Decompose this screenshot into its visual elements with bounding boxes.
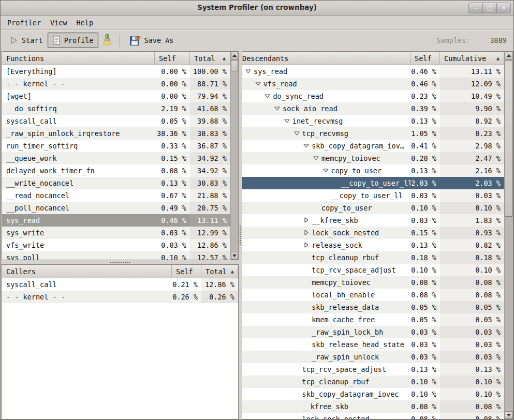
tree-row[interactable]: _raw_spin_unlock0.03 %0.03 % [242, 351, 504, 363]
scroll-down-button[interactable] [505, 411, 513, 419]
expander-collapsed-icon[interactable] [303, 242, 309, 248]
tree-row[interactable]: skb_copy_datagram_iov…0.41 %2.98 % [242, 140, 504, 152]
tree-row[interactable]: tcp_recvmsg1.05 %8.23 % [242, 127, 504, 140]
tree-row[interactable]: do_sync_read0.23 %10.49 % [242, 90, 504, 102]
descendants-column-header[interactable]: Descendants [242, 52, 410, 65]
samples-count: 3889 [490, 36, 507, 44]
self-percent-cell: 0.08 % [410, 400, 440, 413]
table-row[interactable]: delayed_work_timer_fn0.08 %34.92 % [2, 164, 230, 177]
tree-row[interactable]: tcp_rcv_space_adjust0.13 %0.13 % [242, 363, 504, 376]
table-row[interactable]: __do_softirq2.19 %41.68 % [2, 102, 230, 115]
tree-row[interactable]: sock_aio_read0.39 %9.90 % [242, 102, 504, 115]
table-row[interactable]: syscall_call0.05 %39.88 % [2, 115, 230, 127]
expander-open-icon[interactable] [294, 130, 300, 136]
expander-open-icon[interactable] [303, 143, 309, 148]
self-column-header[interactable]: Self [172, 265, 201, 278]
table-row[interactable]: sys_poll0.10 %12.57 % [2, 251, 230, 260]
table-row[interactable]: vfs_write0.03 %12.86 % [2, 239, 230, 251]
maximize-button[interactable]: □ [482, 3, 497, 13]
horizontal-splitter[interactable] [2, 260, 239, 264]
descendant-name-cell: skb_release_data [242, 301, 410, 313]
tree-row[interactable]: inet_recvmsg0.13 %8.92 % [242, 115, 504, 127]
tree-row[interactable]: tcp_cleanup_rbuf0.10 %0.10 % [242, 376, 504, 388]
self-column-header[interactable]: Self [155, 52, 190, 65]
start-button[interactable]: Start [5, 33, 48, 48]
table-row[interactable]: run_timer_softirq0.33 %36.87 % [2, 140, 230, 152]
expander-open-icon[interactable] [245, 68, 251, 74]
table-row[interactable]: __write_nocancel0.13 %30.83 % [2, 177, 230, 189]
tree-row[interactable]: kmem_cache_free0.05 %0.05 % [242, 313, 504, 326]
scrollbar-thumb[interactable] [505, 61, 513, 217]
expander-open-icon[interactable] [323, 168, 329, 173]
tree-row[interactable]: __copy_to_user_ll2.03 %2.03 % [242, 177, 504, 189]
table-row[interactable]: __read_nocancel0.67 %21.88 % [2, 189, 230, 202]
expander-collapsed-icon[interactable] [303, 217, 309, 223]
table-row[interactable]: __poll_nocancel0.49 %20.75 % [2, 202, 230, 214]
expander-open-icon[interactable] [274, 106, 280, 111]
tree-row[interactable]: skb_release_data0.05 %0.05 % [242, 301, 504, 313]
table-row[interactable]: syscall_call0.21 %12.86 % [2, 278, 238, 291]
tree-row[interactable]: copy_to_user0.10 %0.10 % [242, 202, 504, 214]
total-column-header[interactable]: Total▲ [201, 265, 238, 278]
tree-row[interactable]: lock_sock_nested0.08 %0.08 % [242, 413, 504, 419]
scroll-up-button[interactable] [505, 52, 513, 59]
cumulative-column-header[interactable]: Cumulative▲ [440, 52, 504, 65]
expander-open-icon[interactable] [284, 118, 290, 124]
profile-toggle-button[interactable]: Profile [48, 33, 98, 48]
tree-row[interactable]: sys_read0.46 %13.11 % [242, 65, 504, 78]
tree-row[interactable]: lock_sock_nested0.15 %0.93 % [242, 227, 504, 239]
self-column-header[interactable]: Self [410, 52, 440, 65]
table-row[interactable]: - - kernel - -0.00 %88.71 % [2, 78, 230, 90]
descendant-name-cell: copy_to_user [242, 164, 410, 177]
scroll-up-button[interactable] [231, 52, 238, 59]
table-row[interactable]: sys_read0.46 %13.11 % [2, 214, 230, 227]
scroll-down-button[interactable] [231, 252, 238, 260]
table-row[interactable]: [wget]0.00 %79.94 % [2, 90, 230, 102]
total-column-header[interactable]: Total▲ [190, 52, 230, 65]
tree-row[interactable]: release_sock0.13 %0.82 % [242, 239, 504, 251]
tree-row[interactable]: memcpy_toiovec0.28 %2.47 % [242, 152, 504, 164]
tree-row[interactable]: skb_release_head_state0.03 %0.03 % [242, 338, 504, 351]
tree-row[interactable]: __kfree_skb0.03 %1.83 % [242, 214, 504, 227]
table-row[interactable]: sys_write0.03 %12.99 % [2, 227, 230, 239]
descendant-name-label: lock_sock_nested [302, 413, 370, 419]
minimize-button[interactable]: — [468, 3, 483, 13]
self-percent-cell: 0.46 % [155, 214, 190, 227]
tree-row[interactable]: skb_copy_datagram_iovec0.10 %0.10 % [242, 388, 504, 400]
close-button[interactable]: ✕ [496, 3, 511, 13]
descendant-name-label: skb_copy_datagram_iovec [302, 388, 399, 400]
expander-open-icon[interactable] [313, 155, 319, 161]
tree-row[interactable]: copy_to_user0.13 %2.16 % [242, 164, 504, 177]
tree-row[interactable]: memcpy_toiovec0.08 %0.08 % [242, 276, 504, 289]
table-row[interactable]: [Everything]0.00 %100.00 % [2, 65, 230, 78]
table-row[interactable]: _raw_spin_unlock_irqrestore38.36 %38.83 … [2, 127, 230, 140]
cumulative-percent-cell: 12.09 % [440, 78, 504, 90]
table-row[interactable]: - - kernel - -0.26 %0.26 % [2, 291, 238, 303]
descendants-scrollbar[interactable] [504, 52, 513, 419]
menu-profiler[interactable]: Profiler [3, 17, 46, 28]
callers-column-header[interactable]: Callers [2, 265, 172, 278]
reset-button[interactable] [98, 33, 116, 48]
tree-row[interactable]: local_bh_enable0.08 %0.08 % [242, 289, 504, 301]
tree-row[interactable]: tcp_rcv_space_adjust0.10 %0.10 % [242, 264, 504, 276]
tree-row[interactable]: __kfree_skb0.08 %0.08 % [242, 400, 504, 413]
tree-row[interactable]: vfs_read0.46 %12.09 % [242, 78, 504, 90]
functions-scrollbar[interactable] [230, 52, 238, 260]
self-percent-cell: 0.13 % [155, 177, 190, 189]
tree-row[interactable]: _raw_spin_lock_bh0.03 %0.03 % [242, 326, 504, 338]
save-as-button[interactable]: Save As [125, 33, 179, 48]
expander-collapsed-icon[interactable] [303, 230, 309, 235]
functions-column-header[interactable]: Functions [2, 52, 155, 65]
tree-row[interactable]: __copy_to_user_ll0.03 %0.03 % [242, 189, 504, 202]
tree-row[interactable]: tcp_cleanup_rbuf0.18 %0.18 % [242, 251, 504, 264]
scrollbar-thumb[interactable] [231, 60, 238, 71]
menu-view[interactable]: View [46, 17, 72, 28]
expander-open-icon[interactable] [265, 93, 270, 99]
descendant-name-cell: vfs_read [242, 78, 410, 90]
table-row[interactable]: __queue_work0.15 %34.92 % [2, 152, 230, 164]
descendant-name-cell: skb_release_head_state [242, 338, 410, 351]
menu-help[interactable]: Help [72, 17, 98, 28]
descendant-name-cell: tcp_cleanup_rbuf [242, 251, 410, 264]
self-percent-cell: 0.28 % [410, 152, 440, 164]
expander-open-icon[interactable] [255, 81, 261, 86]
